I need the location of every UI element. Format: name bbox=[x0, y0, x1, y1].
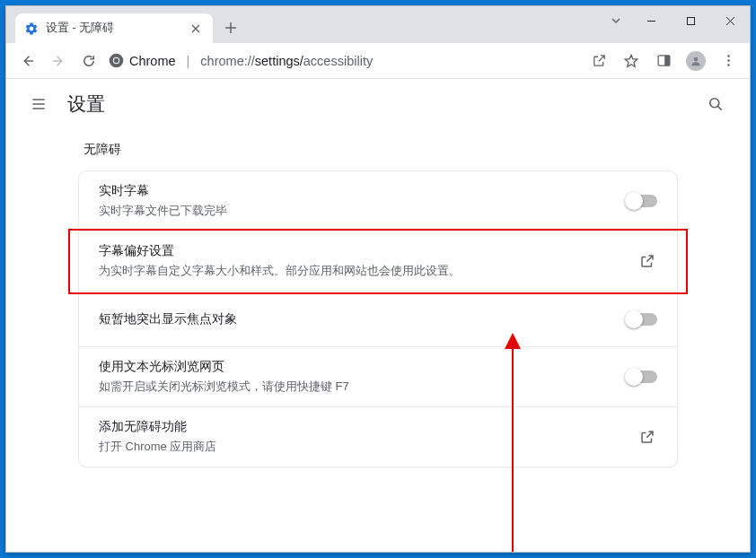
address-bar[interactable]: Chrome | chrome://settings/accessibility bbox=[105, 48, 583, 74]
avatar-icon bbox=[686, 51, 706, 71]
row-texts: 使用文本光标浏览网页如需开启或关闭光标浏览模式，请使用快捷键 F7 bbox=[99, 359, 627, 395]
bookmark-button[interactable] bbox=[617, 48, 646, 74]
browser-window: 设置 - 无障碍 bbox=[5, 5, 751, 553]
accessibility-section: 无障碍 实时字幕实时字幕文件已下载完毕字幕偏好设置为实时字幕自定义字幕大小和样式… bbox=[78, 142, 678, 467]
window-controls bbox=[601, 6, 750, 35]
tab-title: 设置 - 无障碍 bbox=[46, 21, 188, 36]
minimize-button[interactable] bbox=[631, 7, 671, 34]
chrome-icon bbox=[109, 53, 124, 68]
settings-card: 实时字幕实时字幕文件已下载完毕字幕偏好设置为实时字幕自定义字幕大小和样式。部分应… bbox=[78, 170, 678, 467]
new-tab-button[interactable] bbox=[218, 15, 243, 40]
settings-page: 设置 无障碍 实时字幕实时字幕文件已下载完毕字幕偏好设置为实时字幕自定义字幕大小… bbox=[6, 79, 750, 552]
share-button[interactable] bbox=[585, 48, 613, 74]
annotation-arrow-head bbox=[505, 333, 521, 349]
row-title: 使用文本光标浏览网页 bbox=[99, 359, 627, 375]
toggle-switch[interactable] bbox=[627, 313, 657, 326]
annotation-arrow-line bbox=[512, 346, 514, 552]
external-link-icon bbox=[637, 427, 657, 447]
browser-tab[interactable]: 设置 - 无障碍 bbox=[15, 13, 213, 43]
section-label: 无障碍 bbox=[84, 142, 678, 158]
tab-search-button[interactable] bbox=[601, 15, 631, 26]
row-texts: 短暂地突出显示焦点对象 bbox=[99, 311, 627, 327]
row-title: 添加无障碍功能 bbox=[99, 419, 637, 435]
browser-toolbar: Chrome | chrome://settings/accessibility bbox=[6, 43, 750, 79]
settings-row[interactable]: 添加无障碍功能打开 Chrome 应用商店 bbox=[79, 407, 677, 466]
row-texts: 实时字幕实时字幕文件已下载完毕 bbox=[99, 183, 627, 219]
reload-button[interactable] bbox=[75, 47, 103, 75]
settings-row[interactable]: 字幕偏好设置为实时字幕自定义字幕大小和样式。部分应用和网站也会使用此设置。 bbox=[79, 231, 677, 292]
url-origin: Chrome bbox=[129, 54, 176, 68]
svg-rect-0 bbox=[687, 17, 694, 24]
svg-point-10 bbox=[710, 99, 719, 108]
row-subtitle: 打开 Chrome 应用商店 bbox=[99, 439, 637, 455]
close-window-button[interactable] bbox=[710, 7, 750, 34]
url-separator: | bbox=[187, 54, 190, 68]
row-subtitle: 实时字幕文件已下载完毕 bbox=[99, 203, 627, 219]
row-subtitle: 如需开启或关闭光标浏览模式，请使用快捷键 F7 bbox=[99, 379, 627, 395]
forward-button[interactable] bbox=[44, 47, 73, 75]
search-settings-button[interactable] bbox=[701, 90, 730, 118]
svg-rect-5 bbox=[664, 56, 670, 65]
svg-point-7 bbox=[727, 55, 730, 57]
url-path: chrome://settings/accessibility bbox=[200, 54, 373, 68]
row-title: 实时字幕 bbox=[99, 183, 627, 199]
svg-point-8 bbox=[727, 59, 730, 62]
page-header: 设置 bbox=[6, 79, 750, 129]
row-texts: 添加无障碍功能打开 Chrome 应用商店 bbox=[99, 419, 637, 455]
close-tab-icon[interactable] bbox=[188, 21, 204, 37]
svg-point-6 bbox=[694, 57, 699, 61]
settings-row: 使用文本光标浏览网页如需开启或关闭光标浏览模式，请使用快捷键 F7 bbox=[79, 347, 677, 407]
settings-row: 短暂地突出显示焦点对象 bbox=[79, 292, 677, 347]
hamburger-menu-button[interactable] bbox=[26, 92, 51, 117]
maximize-button[interactable] bbox=[671, 7, 710, 34]
row-title: 短暂地突出显示焦点对象 bbox=[99, 311, 627, 327]
svg-point-9 bbox=[727, 64, 730, 66]
svg-point-3 bbox=[114, 58, 119, 63]
external-link-icon bbox=[637, 251, 657, 271]
back-button[interactable] bbox=[13, 47, 42, 75]
side-panel-button[interactable] bbox=[649, 48, 678, 74]
toggle-switch[interactable] bbox=[627, 195, 657, 207]
profile-button[interactable] bbox=[681, 48, 710, 74]
settings-row: 实时字幕实时字幕文件已下载完毕 bbox=[79, 171, 677, 231]
titlebar: 设置 - 无障碍 bbox=[6, 6, 750, 43]
gear-icon bbox=[24, 22, 39, 36]
toggle-switch[interactable] bbox=[627, 371, 657, 383]
menu-button[interactable] bbox=[714, 48, 743, 74]
row-texts: 字幕偏好设置为实时字幕自定义字幕大小和样式。部分应用和网站也会使用此设置。 bbox=[99, 243, 637, 279]
row-subtitle: 为实时字幕自定义字幕大小和样式。部分应用和网站也会使用此设置。 bbox=[99, 263, 637, 279]
page-title: 设置 bbox=[67, 92, 105, 117]
row-title: 字幕偏好设置 bbox=[99, 243, 637, 259]
